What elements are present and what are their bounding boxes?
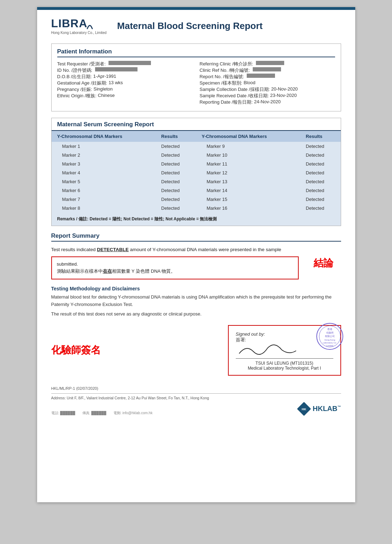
right-marker-result: Detected — [300, 151, 340, 160]
patient-row-reporting: Reporting Date /報告日期: 24-Nov-2020 — [200, 99, 335, 105]
patient-row-collection: Sample Collection Date /採樣日期: 20-Nov-202… — [200, 86, 335, 93]
table-row: Marker 2 Detected Marker 10 Detected — [52, 151, 341, 160]
left-marker-result: Detected — [156, 204, 196, 213]
svg-text:有限公司: 有限公司 — [325, 335, 335, 337]
left-marker-result: Detected — [156, 186, 196, 195]
serum-section: Maternal Serum Screening Report Y-Chromo… — [51, 118, 341, 226]
left-marker-result: Detected — [156, 142, 196, 151]
patient-row-dob: D.O.B /出生日期: 1-Apr-1991 — [57, 74, 193, 80]
table-row: Marker 5 Detected Marker 13 Detected — [52, 177, 341, 186]
right-marker-name: Marker 15 — [196, 195, 300, 204]
footer-fax: 傳真: ██████ — [82, 411, 106, 416]
logo-name: LIBR — [51, 17, 79, 30]
col1-header: Y-Chromosomal DNA Markers — [52, 131, 156, 142]
methodology-text1: Maternal blood test for detecting Y-chro… — [51, 294, 341, 308]
footer-email: 電郵: info@hklab.com.hk — [113, 411, 153, 416]
header: LIBR A Hong Kong Laboratory Co., Limited… — [51, 17, 341, 35]
table-row: Marker 3 Detected Marker 11 Detected — [52, 160, 341, 168]
patient-section-header: Patient Information — [57, 48, 335, 57]
patient-row-specimen: Specimen /樣本類別: Blood — [200, 80, 335, 86]
patient-row-id: ID No. /證件號碼: — [57, 67, 193, 74]
right-marker-name: Marker 11 — [196, 160, 300, 168]
serum-remarks: Remarks / 備註: Detected = 陽性; Not Detecte… — [52, 213, 341, 226]
chemist-label: 化驗師簽名 — [51, 343, 217, 357]
right-marker-name: Marker 16 — [196, 204, 300, 213]
summary-text-line1: Test results indicated DETECTABLE amount… — [51, 246, 341, 254]
logo-text: LIBR A — [51, 17, 107, 30]
left-marker-result: Detected — [156, 195, 196, 204]
requester-redacted — [109, 61, 151, 65]
table-row: Marker 1 Detected Marker 9 Detected — [52, 142, 341, 151]
summary-text-after: amount of Y-chromosomal DNA materials we… — [129, 247, 281, 252]
clinic-ref-redacted — [253, 67, 281, 71]
svg-text:Laboratory Co.: Laboratory Co. — [323, 342, 337, 344]
summary-submitted: submitted. — [57, 261, 78, 267]
right-marker-result: Detected — [300, 195, 340, 204]
methodology-section: Testing Methodology and Disclaimers Mate… — [51, 286, 341, 318]
right-marker-name: Marker 10 — [196, 151, 300, 160]
patient-left-col: Test Requester /受測者: ID No. /證件號碼: D.O.B… — [57, 61, 193, 105]
left-marker-name: Marker 6 — [52, 186, 156, 195]
patient-row-clinic: Referring Clinic /轉介診所: — [200, 61, 335, 67]
signature-svg — [236, 341, 306, 357]
table-row: Marker 8 Detected Marker 16 Detected — [52, 204, 341, 213]
conclusion-box: 結論 — [306, 256, 341, 270]
patient-row-pregnancy: Pregnancy /妊娠: Singleton — [57, 86, 193, 93]
clinic-redacted — [256, 61, 284, 65]
logo-subtitle: Hong Kong Laboratory Co., Limited — [51, 31, 107, 35]
hklab-diamond-svg: HK — [297, 402, 311, 416]
left-marker-name: Marker 5 — [52, 177, 156, 186]
left-marker-result: Detected — [156, 151, 196, 160]
patient-row-report-no: Report No. /報告編號: — [200, 74, 335, 80]
patient-row-ethnic: Ethnic Origin /種族: Chinese — [57, 93, 193, 99]
signature-line — [236, 345, 333, 359]
signature-row: 化驗師簽名 香港 化驗所 有限公司 Hong Kong Laboratory C… — [51, 325, 341, 376]
summary-highlight: DETECTABLE — [97, 247, 129, 252]
patient-row-received: Sample Received Date /收樣日期: 23-Nov-2020 — [200, 93, 335, 99]
logo-arc-svg — [87, 22, 93, 29]
patient-section: Patient Information Test Requester /受測者:… — [51, 44, 341, 111]
left-marker-name: Marker 3 — [52, 160, 156, 168]
footer-address: Address: Unit F, 8/F., Valiant Industria… — [51, 396, 341, 400]
svg-text:化驗所: 化驗所 — [326, 331, 333, 334]
right-marker-name: Marker 13 — [196, 177, 300, 186]
left-marker-name: Marker 1 — [52, 142, 156, 151]
report-summary-section: Report Summary Test results indicated DE… — [51, 232, 341, 279]
methodology-title: Testing Methodology and Disclaimers — [51, 286, 341, 291]
report-title: Maternal Blood Screening Report — [117, 21, 263, 31]
left-marker-name: Marker 8 — [52, 204, 156, 213]
col3-header: Y-Chromosomal DNA Markers — [196, 131, 300, 142]
right-marker-result: Detected — [300, 142, 340, 151]
signee-title: Medical Laboratory Technologist, Part I — [236, 366, 333, 371]
summary-section-header: Report Summary — [51, 232, 341, 242]
patient-row-clinic-ref: Clinic Ref No. /轉介編號: — [200, 67, 335, 74]
svg-text:HK: HK — [302, 407, 306, 411]
conclusion-label: 結論 — [314, 256, 333, 270]
logo-area: LIBR A Hong Kong Laboratory Co., Limited — [51, 17, 107, 35]
serum-table-container: Y-Chromosomal DNA Markers Results Y-Chro… — [52, 131, 341, 226]
patient-row-gestational: Gestational Age /妊娠期: 13 wks — [57, 80, 193, 86]
signature-box: 香港 化驗所 有限公司 Hong Kong Laboratory Co. Lim… — [228, 325, 341, 376]
main-page: LIBR A Hong Kong Laboratory Co., Limited… — [37, 7, 355, 502]
patient-info-grid: Test Requester /受測者: ID No. /證件號碼: D.O.B… — [57, 61, 335, 105]
chinese-underline: 在在 — [103, 268, 112, 274]
right-marker-result: Detected — [300, 204, 340, 213]
right-marker-name: Marker 12 — [196, 168, 300, 177]
left-marker-result: Detected — [156, 168, 196, 177]
right-marker-name: Marker 9 — [196, 142, 300, 151]
summary-chinese: 測驗結果顯示在樣本中在在相當數量 Y 染色體 DNA 物質。 — [57, 268, 176, 274]
right-marker-result: Detected — [300, 160, 340, 168]
signee-name: TSUI SAI LEUNG (MT101315) — [236, 361, 333, 366]
footer-tel: 電話: ██████ — [51, 411, 75, 416]
left-marker-name: Marker 7 — [52, 195, 156, 204]
table-row: Marker 4 Detected Marker 12 Detected — [52, 168, 341, 177]
hklab-logo: HK HKLAB™ — [297, 402, 341, 416]
summary-box-row: submitted. 測驗結果顯示在樣本中在在相當數量 Y 染色體 DNA 物質… — [51, 256, 341, 280]
serum-section-header: Maternal Serum Screening Report — [52, 118, 341, 131]
patient-right-col: Referring Clinic /轉介診所: Clinic Ref No. /… — [200, 61, 335, 105]
right-marker-name: Marker 14 — [196, 186, 300, 195]
footer-ref: HKL/ML/RP-1 (02/07/2020) — [51, 386, 341, 390]
serum-table: Y-Chromosomal DNA Markers Results Y-Chro… — [52, 131, 341, 213]
footer-logo-row: 電話: ██████ 傳真: ██████ 電郵: info@hklab.com… — [51, 402, 341, 416]
svg-text:Hong Kong: Hong Kong — [324, 339, 335, 341]
